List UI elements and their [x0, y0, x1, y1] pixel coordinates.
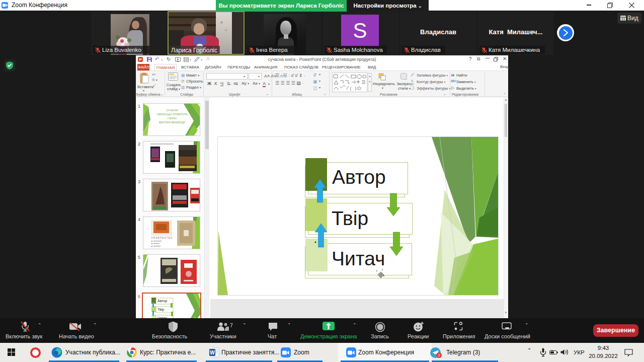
- svg-text:Автор: Автор: [332, 166, 386, 188]
- svg-text:Твір: Твір: [332, 207, 368, 229]
- svg-text:W: W: [210, 350, 215, 355]
- svg-text:ВЕКТОРИ ВЗАЄМОДІЇ: ВЕКТОРИ ВЗАЄМОДІЇ: [159, 121, 185, 124]
- svg-text:Автор: Автор: [157, 299, 167, 303]
- svg-text:Твір: Твір: [157, 308, 164, 312]
- svg-text:УКРАЇНСЬКА ЛІТЕРАТУРА: УКРАЇНСЬКА ЛІТЕРАТУРА: [156, 113, 188, 116]
- svg-text:Читач: Читач: [332, 248, 385, 269]
- svg-text:І ЧИТАЧ:: І ЧИТАЧ:: [167, 117, 177, 120]
- svg-text:СУЧАСНА: СУЧАСНА: [166, 109, 178, 112]
- svg-text:UNDEFEATED: UNDEFEATED: [151, 236, 173, 239]
